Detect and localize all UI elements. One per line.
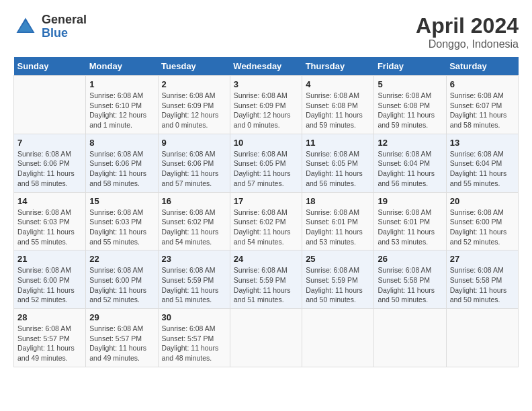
calendar-cell: 17Sunrise: 6:08 AM Sunset: 6:02 PM Dayli…	[230, 192, 302, 250]
day-info: Sunrise: 6:08 AM Sunset: 6:06 PM Dayligh…	[162, 149, 226, 189]
calendar-week-row: 7Sunrise: 6:08 AM Sunset: 6:06 PM Daylig…	[14, 134, 519, 192]
day-number: 1	[89, 79, 154, 89]
calendar-week-row: 1Sunrise: 6:08 AM Sunset: 6:10 PM Daylig…	[14, 76, 519, 134]
calendar-cell: 26Sunrise: 6:08 AM Sunset: 5:58 PM Dayli…	[374, 250, 446, 309]
day-info: Sunrise: 6:08 AM Sunset: 6:09 PM Dayligh…	[162, 91, 226, 130]
day-number: 3	[234, 79, 298, 89]
calendar-cell: 21Sunrise: 6:08 AM Sunset: 6:00 PM Dayli…	[14, 250, 86, 309]
column-header-wednesday: Wednesday	[230, 57, 302, 76]
day-info: Sunrise: 6:08 AM Sunset: 6:02 PM Dayligh…	[162, 208, 226, 247]
day-info: Sunrise: 6:08 AM Sunset: 5:59 PM Dayligh…	[306, 265, 370, 305]
calendar-cell: 9Sunrise: 6:08 AM Sunset: 6:06 PM Daylig…	[158, 134, 230, 192]
day-info: Sunrise: 6:08 AM Sunset: 6:02 PM Dayligh…	[234, 208, 298, 247]
day-info: Sunrise: 6:08 AM Sunset: 6:10 PM Dayligh…	[89, 91, 154, 130]
column-header-monday: Monday	[86, 57, 158, 76]
calendar-cell: 18Sunrise: 6:08 AM Sunset: 6:01 PM Dayli…	[302, 192, 374, 250]
calendar-cell	[302, 309, 374, 367]
day-number: 18	[306, 196, 370, 206]
day-info: Sunrise: 6:08 AM Sunset: 6:00 PM Dayligh…	[17, 265, 82, 305]
calendar-cell: 25Sunrise: 6:08 AM Sunset: 5:59 PM Dayli…	[302, 250, 374, 309]
day-info: Sunrise: 6:08 AM Sunset: 6:03 PM Dayligh…	[17, 208, 82, 247]
calendar-cell: 11Sunrise: 6:08 AM Sunset: 6:05 PM Dayli…	[302, 134, 374, 192]
day-info: Sunrise: 6:08 AM Sunset: 6:06 PM Dayligh…	[89, 149, 154, 189]
day-number: 2	[162, 79, 226, 89]
day-info: Sunrise: 6:08 AM Sunset: 6:05 PM Dayligh…	[306, 149, 370, 189]
day-info: Sunrise: 6:08 AM Sunset: 6:01 PM Dayligh…	[378, 208, 442, 247]
day-number: 21	[17, 254, 82, 264]
day-number: 27	[450, 254, 515, 264]
calendar-cell: 16Sunrise: 6:08 AM Sunset: 6:02 PM Dayli…	[158, 192, 230, 250]
calendar-table: SundayMondayTuesdayWednesdayThursdayFrid…	[13, 57, 519, 367]
day-number: 16	[162, 196, 226, 206]
day-number: 11	[306, 138, 370, 148]
calendar-cell: 5Sunrise: 6:08 AM Sunset: 6:08 PM Daylig…	[374, 76, 446, 134]
calendar-cell	[446, 309, 518, 367]
column-header-saturday: Saturday	[446, 57, 518, 76]
column-header-friday: Friday	[374, 57, 446, 76]
day-number: 30	[162, 312, 226, 322]
calendar-cell: 30Sunrise: 6:08 AM Sunset: 5:57 PM Dayli…	[158, 309, 230, 367]
day-info: Sunrise: 6:08 AM Sunset: 6:05 PM Dayligh…	[234, 149, 298, 189]
calendar-header-row: SundayMondayTuesdayWednesdayThursdayFrid…	[14, 57, 519, 76]
calendar-week-row: 21Sunrise: 6:08 AM Sunset: 6:00 PM Dayli…	[14, 250, 519, 309]
logo: General Blue	[13, 13, 87, 40]
calendar-cell: 2Sunrise: 6:08 AM Sunset: 6:09 PM Daylig…	[158, 76, 230, 134]
calendar-cell	[230, 309, 302, 367]
calendar-cell: 27Sunrise: 6:08 AM Sunset: 5:58 PM Dayli…	[446, 250, 518, 309]
day-number: 4	[306, 79, 370, 89]
day-info: Sunrise: 6:08 AM Sunset: 6:09 PM Dayligh…	[234, 91, 298, 130]
calendar-cell: 13Sunrise: 6:08 AM Sunset: 6:04 PM Dayli…	[446, 134, 518, 192]
page-header: General Blue April 2024 Donggo, Indonesi…	[13, 13, 519, 50]
day-info: Sunrise: 6:08 AM Sunset: 5:59 PM Dayligh…	[234, 265, 298, 305]
calendar-cell: 19Sunrise: 6:08 AM Sunset: 6:01 PM Dayli…	[374, 192, 446, 250]
calendar-cell: 7Sunrise: 6:08 AM Sunset: 6:06 PM Daylig…	[14, 134, 86, 192]
day-info: Sunrise: 6:08 AM Sunset: 5:57 PM Dayligh…	[17, 324, 82, 363]
calendar-cell	[374, 309, 446, 367]
day-info: Sunrise: 6:08 AM Sunset: 6:08 PM Dayligh…	[378, 91, 442, 130]
page-subtitle: Donggo, Indonesia	[416, 38, 519, 50]
day-number: 5	[378, 79, 442, 89]
column-header-tuesday: Tuesday	[158, 57, 230, 76]
calendar-cell: 6Sunrise: 6:08 AM Sunset: 6:07 PM Daylig…	[446, 76, 518, 134]
day-info: Sunrise: 6:08 AM Sunset: 5:57 PM Dayligh…	[162, 324, 226, 363]
day-number: 7	[17, 138, 82, 148]
day-number: 17	[234, 196, 298, 206]
day-info: Sunrise: 6:08 AM Sunset: 6:00 PM Dayligh…	[450, 208, 515, 247]
day-number: 9	[162, 138, 226, 148]
calendar-cell: 28Sunrise: 6:08 AM Sunset: 5:57 PM Dayli…	[14, 309, 86, 367]
day-info: Sunrise: 6:08 AM Sunset: 6:04 PM Dayligh…	[378, 149, 442, 189]
calendar-cell: 10Sunrise: 6:08 AM Sunset: 6:05 PM Dayli…	[230, 134, 302, 192]
day-number: 8	[89, 138, 154, 148]
day-info: Sunrise: 6:08 AM Sunset: 5:58 PM Dayligh…	[378, 265, 442, 305]
day-number: 29	[89, 312, 154, 322]
day-info: Sunrise: 6:08 AM Sunset: 5:58 PM Dayligh…	[450, 265, 515, 305]
day-number: 10	[234, 138, 298, 148]
day-number: 13	[450, 138, 515, 148]
day-number: 25	[306, 254, 370, 264]
day-info: Sunrise: 6:08 AM Sunset: 6:06 PM Dayligh…	[17, 149, 82, 189]
column-header-thursday: Thursday	[302, 57, 374, 76]
calendar-cell: 1Sunrise: 6:08 AM Sunset: 6:10 PM Daylig…	[86, 76, 158, 134]
day-info: Sunrise: 6:08 AM Sunset: 6:01 PM Dayligh…	[306, 208, 370, 247]
calendar-cell: 24Sunrise: 6:08 AM Sunset: 5:59 PM Dayli…	[230, 250, 302, 309]
calendar-cell	[14, 76, 86, 134]
calendar-cell: 29Sunrise: 6:08 AM Sunset: 5:57 PM Dayli…	[86, 309, 158, 367]
day-info: Sunrise: 6:08 AM Sunset: 6:07 PM Dayligh…	[450, 91, 515, 130]
day-number: 19	[378, 196, 442, 206]
day-number: 24	[234, 254, 298, 264]
day-info: Sunrise: 6:08 AM Sunset: 6:00 PM Dayligh…	[89, 265, 154, 305]
calendar-cell: 3Sunrise: 6:08 AM Sunset: 6:09 PM Daylig…	[230, 76, 302, 134]
day-number: 28	[17, 312, 82, 322]
calendar-cell: 23Sunrise: 6:08 AM Sunset: 5:59 PM Dayli…	[158, 250, 230, 309]
day-number: 15	[89, 196, 154, 206]
day-info: Sunrise: 6:08 AM Sunset: 5:59 PM Dayligh…	[162, 265, 226, 305]
day-info: Sunrise: 6:08 AM Sunset: 6:03 PM Dayligh…	[89, 208, 154, 247]
logo-text: General Blue	[42, 13, 87, 40]
calendar-week-row: 14Sunrise: 6:08 AM Sunset: 6:03 PM Dayli…	[14, 192, 519, 250]
day-number: 26	[378, 254, 442, 264]
day-number: 12	[378, 138, 442, 148]
day-number: 6	[450, 79, 515, 89]
calendar-week-row: 28Sunrise: 6:08 AM Sunset: 5:57 PM Dayli…	[14, 309, 519, 367]
logo-icon	[13, 15, 38, 39]
title-block: April 2024 Donggo, Indonesia	[416, 13, 519, 50]
